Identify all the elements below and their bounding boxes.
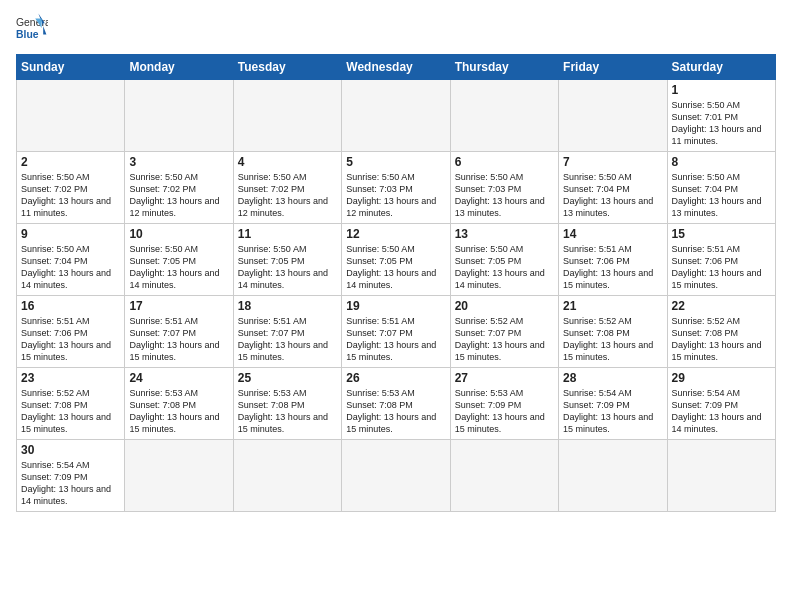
day-info: Sunrise: 5:52 AMSunset: 7:07 PMDaylight:… [455,315,554,364]
calendar-cell: 19Sunrise: 5:51 AMSunset: 7:07 PMDayligh… [342,296,450,368]
day-info: Sunrise: 5:51 AMSunset: 7:07 PMDaylight:… [238,315,337,364]
day-number: 12 [346,227,445,241]
day-info: Sunrise: 5:51 AMSunset: 7:07 PMDaylight:… [346,315,445,364]
calendar-cell [450,440,558,512]
calendar-cell: 30Sunrise: 5:54 AMSunset: 7:09 PMDayligh… [17,440,125,512]
day-info: Sunrise: 5:54 AMSunset: 7:09 PMDaylight:… [563,387,662,436]
day-number: 27 [455,371,554,385]
calendar-table: SundayMondayTuesdayWednesdayThursdayFrid… [16,54,776,512]
header: General Blue [16,12,776,44]
calendar-cell [450,80,558,152]
calendar-cell: 29Sunrise: 5:54 AMSunset: 7:09 PMDayligh… [667,368,775,440]
day-info: Sunrise: 5:50 AMSunset: 7:01 PMDaylight:… [672,99,771,148]
calendar-cell: 2Sunrise: 5:50 AMSunset: 7:02 PMDaylight… [17,152,125,224]
calendar-cell [17,80,125,152]
week-row-3: 9Sunrise: 5:50 AMSunset: 7:04 PMDaylight… [17,224,776,296]
calendar-cell: 15Sunrise: 5:51 AMSunset: 7:06 PMDayligh… [667,224,775,296]
week-row-6: 30Sunrise: 5:54 AMSunset: 7:09 PMDayligh… [17,440,776,512]
day-number: 30 [21,443,120,457]
day-number: 18 [238,299,337,313]
day-number: 17 [129,299,228,313]
day-number: 10 [129,227,228,241]
day-info: Sunrise: 5:51 AMSunset: 7:06 PMDaylight:… [672,243,771,292]
day-number: 29 [672,371,771,385]
day-number: 9 [21,227,120,241]
calendar-cell [342,440,450,512]
logo-icon: General Blue [16,12,48,44]
calendar-cell: 4Sunrise: 5:50 AMSunset: 7:02 PMDaylight… [233,152,341,224]
calendar-cell: 13Sunrise: 5:50 AMSunset: 7:05 PMDayligh… [450,224,558,296]
day-info: Sunrise: 5:50 AMSunset: 7:02 PMDaylight:… [238,171,337,220]
week-row-1: 1Sunrise: 5:50 AMSunset: 7:01 PMDaylight… [17,80,776,152]
calendar-cell: 27Sunrise: 5:53 AMSunset: 7:09 PMDayligh… [450,368,558,440]
day-number: 4 [238,155,337,169]
calendar-cell: 25Sunrise: 5:53 AMSunset: 7:08 PMDayligh… [233,368,341,440]
day-info: Sunrise: 5:53 AMSunset: 7:08 PMDaylight:… [129,387,228,436]
calendar-cell: 28Sunrise: 5:54 AMSunset: 7:09 PMDayligh… [559,368,667,440]
calendar-cell: 5Sunrise: 5:50 AMSunset: 7:03 PMDaylight… [342,152,450,224]
weekday-header-sunday: Sunday [17,55,125,80]
day-number: 14 [563,227,662,241]
calendar-cell: 26Sunrise: 5:53 AMSunset: 7:08 PMDayligh… [342,368,450,440]
day-number: 5 [346,155,445,169]
day-info: Sunrise: 5:53 AMSunset: 7:09 PMDaylight:… [455,387,554,436]
calendar-cell: 20Sunrise: 5:52 AMSunset: 7:07 PMDayligh… [450,296,558,368]
day-number: 28 [563,371,662,385]
calendar-cell: 21Sunrise: 5:52 AMSunset: 7:08 PMDayligh… [559,296,667,368]
day-number: 20 [455,299,554,313]
day-info: Sunrise: 5:50 AMSunset: 7:02 PMDaylight:… [21,171,120,220]
day-number: 15 [672,227,771,241]
day-number: 8 [672,155,771,169]
week-row-4: 16Sunrise: 5:51 AMSunset: 7:06 PMDayligh… [17,296,776,368]
day-number: 19 [346,299,445,313]
weekday-header-thursday: Thursday [450,55,558,80]
day-info: Sunrise: 5:50 AMSunset: 7:05 PMDaylight:… [238,243,337,292]
day-info: Sunrise: 5:50 AMSunset: 7:05 PMDaylight:… [346,243,445,292]
weekday-header-tuesday: Tuesday [233,55,341,80]
day-info: Sunrise: 5:52 AMSunset: 7:08 PMDaylight:… [21,387,120,436]
calendar-cell [342,80,450,152]
day-info: Sunrise: 5:52 AMSunset: 7:08 PMDaylight:… [672,315,771,364]
page: General Blue SundayMondayTuesdayWednesda… [0,0,792,520]
calendar-cell: 6Sunrise: 5:50 AMSunset: 7:03 PMDaylight… [450,152,558,224]
weekday-header-friday: Friday [559,55,667,80]
day-number: 11 [238,227,337,241]
day-number: 2 [21,155,120,169]
day-number: 21 [563,299,662,313]
weekday-header-wednesday: Wednesday [342,55,450,80]
day-info: Sunrise: 5:53 AMSunset: 7:08 PMDaylight:… [346,387,445,436]
day-number: 22 [672,299,771,313]
day-number: 24 [129,371,228,385]
calendar-cell: 23Sunrise: 5:52 AMSunset: 7:08 PMDayligh… [17,368,125,440]
calendar-cell: 14Sunrise: 5:51 AMSunset: 7:06 PMDayligh… [559,224,667,296]
calendar-cell: 11Sunrise: 5:50 AMSunset: 7:05 PMDayligh… [233,224,341,296]
calendar-cell: 3Sunrise: 5:50 AMSunset: 7:02 PMDaylight… [125,152,233,224]
calendar-cell: 22Sunrise: 5:52 AMSunset: 7:08 PMDayligh… [667,296,775,368]
calendar-cell [125,440,233,512]
calendar-cell: 1Sunrise: 5:50 AMSunset: 7:01 PMDaylight… [667,80,775,152]
logo: General Blue [16,12,52,44]
day-number: 6 [455,155,554,169]
day-info: Sunrise: 5:50 AMSunset: 7:03 PMDaylight:… [346,171,445,220]
calendar-cell [233,80,341,152]
day-info: Sunrise: 5:50 AMSunset: 7:05 PMDaylight:… [455,243,554,292]
calendar-cell: 7Sunrise: 5:50 AMSunset: 7:04 PMDaylight… [559,152,667,224]
day-number: 1 [672,83,771,97]
calendar-cell: 24Sunrise: 5:53 AMSunset: 7:08 PMDayligh… [125,368,233,440]
week-row-5: 23Sunrise: 5:52 AMSunset: 7:08 PMDayligh… [17,368,776,440]
day-number: 16 [21,299,120,313]
day-number: 25 [238,371,337,385]
day-number: 7 [563,155,662,169]
day-info: Sunrise: 5:54 AMSunset: 7:09 PMDaylight:… [672,387,771,436]
calendar-cell: 16Sunrise: 5:51 AMSunset: 7:06 PMDayligh… [17,296,125,368]
day-info: Sunrise: 5:50 AMSunset: 7:04 PMDaylight:… [672,171,771,220]
day-info: Sunrise: 5:51 AMSunset: 7:06 PMDaylight:… [563,243,662,292]
calendar-cell [667,440,775,512]
day-info: Sunrise: 5:53 AMSunset: 7:08 PMDaylight:… [238,387,337,436]
calendar-cell: 17Sunrise: 5:51 AMSunset: 7:07 PMDayligh… [125,296,233,368]
day-number: 13 [455,227,554,241]
weekday-header-saturday: Saturday [667,55,775,80]
calendar-cell [559,80,667,152]
day-info: Sunrise: 5:54 AMSunset: 7:09 PMDaylight:… [21,459,120,508]
day-info: Sunrise: 5:50 AMSunset: 7:04 PMDaylight:… [563,171,662,220]
